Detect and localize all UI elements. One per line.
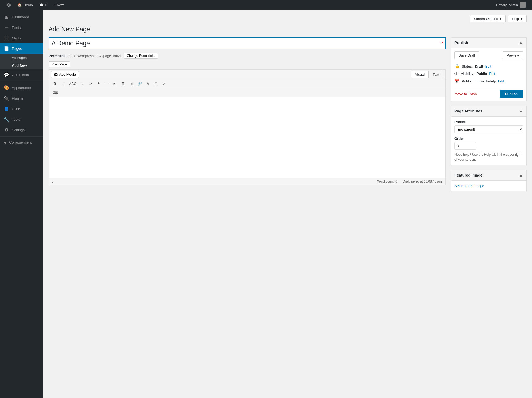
unlink-button[interactable]: ⊗: [144, 81, 152, 87]
sidebar: ⊞ Dashboard ✏ Posts 🎞 Media 📄 Pages All …: [0, 10, 43, 398]
publish-panel-header[interactable]: Publish ▲: [451, 38, 526, 48]
permalink-row: Permalink: http://wordpress.dev/?page_id…: [49, 53, 446, 59]
parent-label: Parent: [454, 120, 523, 124]
preview-button[interactable]: Preview: [503, 51, 523, 59]
help-button[interactable]: Help ▾: [508, 15, 527, 22]
users-icon: 👤: [4, 106, 9, 111]
parent-select[interactable]: (no parent): [454, 125, 523, 133]
sidebar-item-plugins[interactable]: 🔌 Plugins: [0, 93, 43, 104]
save-draft-button[interactable]: Save Draft: [454, 51, 479, 59]
attributes-help-text: Need help? Use the Help tab in the upper…: [454, 152, 523, 162]
site-name-link[interactable]: 🏠 Demo: [14, 0, 36, 10]
featured-image-toggle-icon: ▲: [519, 173, 523, 178]
comments-link[interactable]: 💬 0: [36, 0, 50, 10]
add-media-button[interactable]: 🖼 Add Media: [51, 71, 79, 78]
blockquote-button[interactable]: ❝: [95, 81, 103, 87]
screen-options-button[interactable]: Screen Options ▾: [470, 15, 506, 22]
status-edit-link[interactable]: Edit: [485, 64, 491, 68]
new-content-link[interactable]: + New: [50, 0, 67, 10]
keyboard-shortcuts-button[interactable]: ⌨: [51, 89, 60, 95]
post-title-input[interactable]: [49, 37, 446, 49]
move-to-trash-button[interactable]: Move to Trash: [454, 92, 477, 96]
publish-panel-toggle-icon: ▲: [519, 40, 523, 45]
sidebar-item-add-new[interactable]: Add New: [0, 62, 43, 69]
avatar: [520, 2, 526, 8]
editor-content[interactable]: [49, 97, 445, 178]
schedule-row: 📅 Publish immediately Edit: [454, 77, 523, 85]
publish-time-label: Publish: [462, 79, 473, 83]
sidebar-item-all-pages[interactable]: All Pages: [0, 54, 43, 62]
draft-saved-status: Draft saved at 10:08:40 am.: [403, 180, 443, 183]
italic-button[interactable]: I: [59, 81, 67, 87]
sidebar-item-posts[interactable]: ✏ Posts: [0, 22, 43, 33]
word-count: Word count: 0: [377, 180, 397, 183]
format-toolbar-row1: B I ABC ≡ ≡• ❝ — ⇤ ☰ ⇥ 🔗 ⊗ ⊞ ⤢: [49, 79, 445, 88]
editor-toolbar-top: 🖼 Add Media Visual Text: [49, 70, 445, 79]
wp-logo-icon: ⊛: [6, 2, 11, 8]
set-featured-image-link[interactable]: Set featured image: [454, 184, 484, 188]
order-input[interactable]: [454, 142, 476, 150]
add-media-icon: 🖼: [54, 72, 58, 77]
visibility-value: Public: [476, 72, 487, 76]
sidebar-item-dashboard[interactable]: ⊞ Dashboard: [0, 12, 43, 22]
sidebar-item-users[interactable]: 👤 Users: [0, 104, 43, 114]
featured-image-panel-header[interactable]: Featured Image ▲: [451, 170, 526, 181]
sidebar-item-media[interactable]: 🎞 Media: [0, 33, 43, 43]
visibility-icon: 👁: [454, 71, 459, 76]
appearance-icon: 🎨: [4, 85, 9, 90]
bold-button[interactable]: B: [51, 81, 59, 87]
screen-options-bar: Screen Options ▾ Help ▾: [49, 15, 527, 22]
ordered-list-button[interactable]: ≡•: [87, 81, 95, 87]
posts-icon: ✏: [4, 25, 9, 30]
featured-image-panel: Featured Image ▲ Set featured image: [451, 170, 527, 191]
publish-panel-body: Save Draft Preview 🔒 Status: Draft Edit: [451, 48, 526, 101]
strikethrough-button[interactable]: ABC: [67, 81, 78, 87]
tab-visual[interactable]: Visual: [411, 71, 429, 78]
align-right-button[interactable]: ⇥: [127, 81, 135, 87]
view-page-button[interactable]: View Page: [49, 61, 70, 67]
wp-logo[interactable]: ⊛: [3, 0, 14, 10]
collapse-menu-button[interactable]: ◀ Collapse menu: [0, 138, 43, 147]
sidebar-item-appearance[interactable]: 🎨 Appearance: [0, 82, 43, 93]
sidebar-item-settings[interactable]: ⚙ Settings: [0, 125, 43, 135]
dashboard-icon: ⊞: [4, 15, 9, 20]
publish-meta: 🔒 Status: Draft Edit 👁 Visibility: Publi…: [454, 62, 523, 85]
plugins-icon: 🔌: [4, 96, 9, 101]
insert-more-button[interactable]: ⊞: [152, 81, 160, 87]
publish-time-edit-link[interactable]: Edit: [498, 79, 504, 83]
status-icon: 🔒: [454, 64, 460, 69]
permalink-label: Permalink:: [49, 54, 66, 58]
publish-panel: Publish ▲ Save Draft Preview 🔒 Status:: [451, 37, 527, 101]
admin-bar: ⊛ 🏠 Demo 💬 0 + New Howdy, admin: [0, 0, 532, 10]
page-attributes-toggle-icon: ▲: [519, 109, 523, 114]
page-title: Add New Page: [49, 26, 527, 33]
collapse-icon: ◀: [4, 140, 6, 144]
horizontal-rule-button[interactable]: —: [103, 81, 111, 87]
sidebar-item-comments[interactable]: 💬 Comments: [0, 69, 43, 80]
editor-wrap: 🖼 Add Media Visual Text B I ABC ≡: [49, 69, 446, 185]
screen-options-arrow-icon: ▾: [500, 17, 501, 21]
comments-nav-icon: 💬: [4, 72, 9, 77]
fullscreen-button[interactable]: ⤢: [160, 81, 168, 87]
publish-button[interactable]: Publish: [500, 90, 523, 98]
align-left-button[interactable]: ⇤: [111, 81, 119, 87]
page-attributes-panel-header[interactable]: Page Attributes ▲: [451, 106, 526, 117]
visibility-edit-link[interactable]: Edit: [489, 72, 495, 76]
unordered-list-button[interactable]: ≡: [79, 81, 86, 87]
permalink-url: http://wordpress.dev/?page_id=21: [69, 54, 122, 58]
publish-panel-title: Publish: [454, 41, 468, 45]
align-center-button[interactable]: ☰: [119, 81, 127, 87]
publish-footer: Move to Trash Publish: [454, 87, 523, 98]
user-menu[interactable]: Howdy, admin: [493, 0, 529, 10]
editor-tabs: Visual Text: [411, 71, 443, 78]
editor-footer: p Word count: 0 Draft saved at 10:08:40 …: [49, 178, 445, 185]
pages-icon: 📄: [4, 46, 9, 51]
pages-submenu: All Pages Add New: [0, 54, 43, 69]
page-attributes-panel: Page Attributes ▲ Parent (no parent) Ord…: [451, 106, 527, 165]
sidebar-item-tools[interactable]: 🔧 Tools: [0, 114, 43, 125]
sidebar-item-pages[interactable]: 📄 Pages: [0, 43, 43, 54]
tab-text[interactable]: Text: [429, 71, 443, 78]
change-permalinks-button[interactable]: Change Permalinks: [124, 53, 158, 59]
link-button[interactable]: 🔗: [136, 81, 144, 87]
title-wrap: -6: [49, 37, 446, 49]
